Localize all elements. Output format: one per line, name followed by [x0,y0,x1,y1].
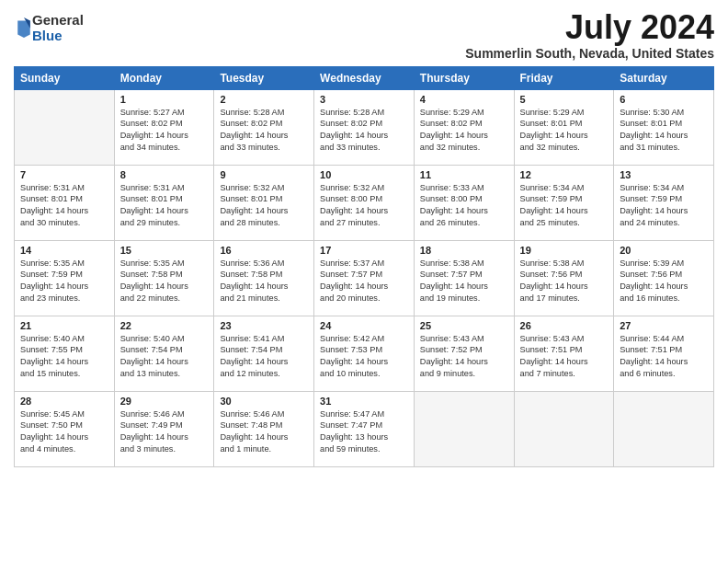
calendar-cell: 9Sunrise: 5:32 AMSunset: 8:01 PMDaylight… [214,165,314,240]
day-info: Sunrise: 5:32 AMSunset: 8:01 PMDaylight:… [220,182,308,230]
day-number: 9 [220,169,308,180]
logo-text: General Blue [32,13,84,43]
calendar-table: Sunday Monday Tuesday Wednesday Thursday… [14,66,714,467]
calendar-cell: 24Sunrise: 5:42 AMSunset: 7:53 PMDayligh… [314,316,415,391]
day-number: 26 [520,320,609,331]
col-tuesday: Tuesday [214,66,314,89]
day-number: 25 [420,320,508,331]
day-info: Sunrise: 5:29 AMSunset: 8:01 PMDaylight:… [520,107,609,155]
day-info: Sunrise: 5:31 AMSunset: 8:01 PMDaylight:… [120,182,209,230]
calendar-cell [614,391,714,466]
day-info: Sunrise: 5:46 AMSunset: 7:48 PMDaylight:… [220,408,308,456]
calendar-cell: 17Sunrise: 5:37 AMSunset: 7:57 PMDayligh… [314,240,415,316]
calendar-cell: 23Sunrise: 5:41 AMSunset: 7:54 PMDayligh… [214,316,314,391]
day-info: Sunrise: 5:47 AMSunset: 7:47 PMDaylight:… [320,408,408,456]
day-number: 19 [520,245,609,256]
day-info: Sunrise: 5:40 AMSunset: 7:54 PMDaylight:… [120,333,209,381]
calendar-cell: 30Sunrise: 5:46 AMSunset: 7:48 PMDayligh… [214,391,314,466]
calendar-cell: 13Sunrise: 5:34 AMSunset: 7:59 PMDayligh… [614,165,714,240]
day-info: Sunrise: 5:35 AMSunset: 7:58 PMDaylight:… [120,258,209,305]
day-info: Sunrise: 5:27 AMSunset: 8:02 PMDaylight:… [120,107,209,155]
day-number: 30 [220,396,308,407]
day-info: Sunrise: 5:36 AMSunset: 7:58 PMDaylight:… [220,258,308,305]
calendar-cell: 22Sunrise: 5:40 AMSunset: 7:54 PMDayligh… [114,316,214,391]
day-number: 1 [120,94,209,105]
calendar-cell: 19Sunrise: 5:38 AMSunset: 7:56 PMDayligh… [514,240,614,316]
day-info: Sunrise: 5:37 AMSunset: 7:57 PMDaylight:… [320,258,408,305]
calendar-cell: 11Sunrise: 5:33 AMSunset: 8:00 PMDayligh… [414,165,514,240]
day-number: 31 [320,396,408,407]
day-info: Sunrise: 5:39 AMSunset: 7:56 PMDaylight:… [620,258,708,305]
month-title: July 2024 [465,9,714,46]
week-row-3: 21Sunrise: 5:40 AMSunset: 7:55 PMDayligh… [15,316,714,391]
calendar-cell [414,391,514,466]
header: General Blue July 2024 Summerlin South, … [14,9,714,61]
col-wednesday: Wednesday [314,66,415,89]
calendar-cell: 7Sunrise: 5:31 AMSunset: 8:01 PMDaylight… [15,165,115,240]
day-number: 10 [320,169,408,180]
day-info: Sunrise: 5:41 AMSunset: 7:54 PMDaylight:… [220,333,308,381]
calendar-cell: 1Sunrise: 5:27 AMSunset: 8:02 PMDaylight… [114,89,214,165]
col-friday: Friday [514,66,614,89]
day-number: 24 [320,320,408,331]
calendar-cell: 15Sunrise: 5:35 AMSunset: 7:58 PMDayligh… [114,240,214,316]
day-info: Sunrise: 5:43 AMSunset: 7:51 PMDaylight:… [520,333,609,381]
col-saturday: Saturday [614,66,714,89]
logo-blue: Blue [32,29,84,44]
day-info: Sunrise: 5:35 AMSunset: 7:59 PMDaylight:… [20,258,108,305]
day-number: 29 [120,396,209,407]
title-block: July 2024 Summerlin South, Nevada, Unite… [465,9,714,61]
calendar-cell: 2Sunrise: 5:28 AMSunset: 8:02 PMDaylight… [214,89,314,165]
calendar-cell: 26Sunrise: 5:43 AMSunset: 7:51 PMDayligh… [514,316,614,391]
calendar-page: General Blue July 2024 Summerlin South, … [0,0,728,563]
location: Summerlin South, Nevada, United States [465,46,714,61]
day-info: Sunrise: 5:38 AMSunset: 7:56 PMDaylight:… [520,258,609,305]
day-number: 17 [320,245,408,256]
day-number: 11 [420,169,508,180]
calendar-cell: 20Sunrise: 5:39 AMSunset: 7:56 PMDayligh… [614,240,714,316]
calendar-cell: 16Sunrise: 5:36 AMSunset: 7:58 PMDayligh… [214,240,314,316]
logo: General Blue [14,13,84,43]
calendar-cell: 31Sunrise: 5:47 AMSunset: 7:47 PMDayligh… [314,391,415,466]
col-monday: Monday [114,66,214,89]
day-info: Sunrise: 5:45 AMSunset: 7:50 PMDaylight:… [20,408,108,456]
calendar-cell: 29Sunrise: 5:46 AMSunset: 7:49 PMDayligh… [114,391,214,466]
col-thursday: Thursday [414,66,514,89]
day-info: Sunrise: 5:34 AMSunset: 7:59 PMDaylight:… [620,182,708,230]
day-number: 23 [220,320,308,331]
calendar-cell: 25Sunrise: 5:43 AMSunset: 7:52 PMDayligh… [414,316,514,391]
day-info: Sunrise: 5:31 AMSunset: 8:01 PMDaylight:… [20,182,108,230]
day-info: Sunrise: 5:38 AMSunset: 7:57 PMDaylight:… [420,258,508,305]
day-number: 21 [20,320,108,331]
day-info: Sunrise: 5:30 AMSunset: 8:01 PMDaylight:… [620,107,708,155]
week-row-1: 7Sunrise: 5:31 AMSunset: 8:01 PMDaylight… [15,165,714,240]
day-number: 8 [120,169,209,180]
day-number: 12 [520,169,609,180]
day-number: 27 [620,320,708,331]
calendar-cell: 8Sunrise: 5:31 AMSunset: 8:01 PMDaylight… [114,165,214,240]
day-number: 22 [120,320,209,331]
calendar-cell: 21Sunrise: 5:40 AMSunset: 7:55 PMDayligh… [15,316,115,391]
calendar-cell: 10Sunrise: 5:32 AMSunset: 8:00 PMDayligh… [314,165,415,240]
day-number: 20 [620,245,708,256]
calendar-cell: 27Sunrise: 5:44 AMSunset: 7:51 PMDayligh… [614,316,714,391]
calendar-cell [15,89,115,165]
day-info: Sunrise: 5:40 AMSunset: 7:55 PMDaylight:… [20,333,108,381]
day-info: Sunrise: 5:44 AMSunset: 7:51 PMDaylight:… [620,333,708,381]
day-info: Sunrise: 5:34 AMSunset: 7:59 PMDaylight:… [520,182,609,230]
day-info: Sunrise: 5:33 AMSunset: 8:00 PMDaylight:… [420,182,508,230]
day-number: 5 [520,94,609,105]
day-info: Sunrise: 5:28 AMSunset: 8:02 PMDaylight:… [220,107,308,155]
day-number: 6 [620,94,708,105]
day-number: 7 [20,169,108,180]
calendar-cell: 5Sunrise: 5:29 AMSunset: 8:01 PMDaylight… [514,89,614,165]
day-number: 14 [20,245,108,256]
calendar-cell [514,391,614,466]
day-info: Sunrise: 5:43 AMSunset: 7:52 PMDaylight:… [420,333,508,381]
calendar-cell: 6Sunrise: 5:30 AMSunset: 8:01 PMDaylight… [614,89,714,165]
day-info: Sunrise: 5:46 AMSunset: 7:49 PMDaylight:… [120,408,209,456]
week-row-0: 1Sunrise: 5:27 AMSunset: 8:02 PMDaylight… [15,89,714,165]
day-number: 3 [320,94,408,105]
calendar-cell: 28Sunrise: 5:45 AMSunset: 7:50 PMDayligh… [15,391,115,466]
day-number: 15 [120,245,209,256]
